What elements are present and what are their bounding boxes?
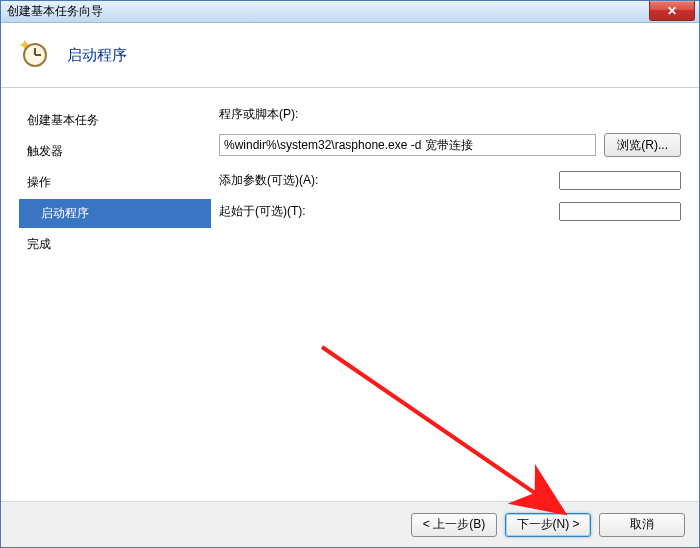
wizard-header: ✦ 启动程序 — [1, 23, 699, 88]
startin-input[interactable] — [559, 202, 681, 221]
scheduler-icon: ✦ — [21, 39, 53, 71]
step-action[interactable]: 操作 — [19, 168, 211, 197]
cancel-button[interactable]: 取消 — [599, 513, 685, 537]
wizard-body: 创建基本任务 触发器 操作 启动程序 完成 程序或脚本(P): 浏览(R)...… — [1, 88, 699, 501]
arguments-label: 添加参数(可选)(A): — [219, 172, 559, 189]
step-finish[interactable]: 完成 — [19, 230, 211, 259]
step-trigger[interactable]: 触发器 — [19, 137, 211, 166]
title-bar: 创建基本任务向导 ✕ — [1, 1, 699, 23]
next-button[interactable]: 下一步(N) > — [505, 513, 591, 537]
step-create-basic-task[interactable]: 创建基本任务 — [19, 106, 211, 135]
close-icon: ✕ — [667, 4, 677, 18]
wizard-window: 创建基本任务向导 ✕ ✦ 启动程序 创建基本任务 触发器 操作 启动程序 完成 … — [0, 0, 700, 548]
program-script-label: 程序或脚本(P): — [219, 106, 681, 123]
program-script-input[interactable] — [219, 134, 596, 156]
startin-label: 起始于(可选)(T): — [219, 203, 559, 220]
browse-button[interactable]: 浏览(R)... — [604, 133, 681, 157]
page-title: 启动程序 — [67, 46, 127, 65]
step-start-program[interactable]: 启动程序 — [19, 199, 211, 228]
wizard-sidebar: 创建基本任务 触发器 操作 启动程序 完成 — [1, 88, 211, 501]
wizard-footer: < 上一步(B) 下一步(N) > 取消 — [1, 501, 699, 547]
back-button[interactable]: < 上一步(B) — [411, 513, 497, 537]
window-title: 创建基本任务向导 — [7, 3, 103, 20]
close-button[interactable]: ✕ — [649, 1, 695, 21]
wizard-content: 程序或脚本(P): 浏览(R)... 添加参数(可选)(A): 起始于(可选)(… — [211, 88, 699, 501]
arguments-input[interactable] — [559, 171, 681, 190]
